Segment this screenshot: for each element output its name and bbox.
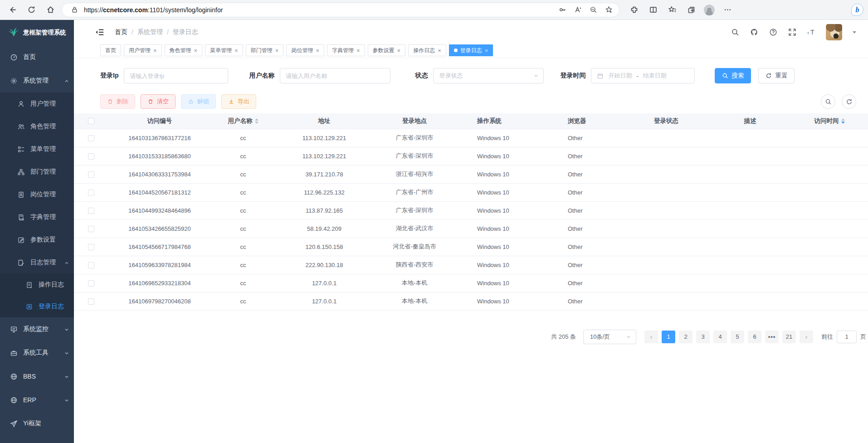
favorites-bar-icon[interactable] <box>666 4 678 16</box>
page-size-select[interactable]: 10条/页 <box>583 330 636 344</box>
close-icon[interactable]: × <box>397 48 401 54</box>
close-icon[interactable]: × <box>194 48 198 54</box>
tab-操作日志[interactable]: 操作日志× <box>408 44 446 56</box>
url-text[interactable]: https://ccnetcore.com:1101/system/log/lo… <box>84 6 553 14</box>
goto-page-input[interactable] <box>837 331 857 343</box>
next-page-button[interactable]: › <box>800 331 813 343</box>
page-button-2[interactable]: 2 <box>679 331 692 343</box>
sidebar-item-login-log[interactable]: 登录日志 <box>0 296 74 317</box>
prev-page-button[interactable]: ‹ <box>644 331 658 343</box>
row-checkbox[interactable] <box>88 135 94 141</box>
sidebar-item-yi-framework[interactable]: Yi框架 <box>0 412 74 435</box>
breadcrumb-item[interactable]: 首页 <box>115 28 127 36</box>
clear-button[interactable]: 清空 <box>141 94 176 109</box>
sidebar-item-menu-mgmt[interactable]: 菜单管理 <box>0 138 74 161</box>
tab-字典管理[interactable]: 字典管理× <box>327 44 365 56</box>
tab-首页[interactable]: 首页 <box>100 44 121 56</box>
tab-用户管理[interactable]: 用户管理× <box>124 44 162 56</box>
column-header-用户名称[interactable]: 用户名称 <box>211 113 275 129</box>
unlock-button[interactable]: 解锁 <box>181 94 216 109</box>
sidebar-item-dept-mgmt[interactable]: 部门管理 <box>0 161 74 183</box>
fullscreen-icon[interactable] <box>788 28 796 37</box>
url-bar[interactable]: https://ccnetcore.com:1101/system/log/lo… <box>62 3 619 17</box>
close-icon[interactable]: × <box>316 48 319 54</box>
select-all-checkbox[interactable] <box>88 118 94 124</box>
sidebar-item-operation-log[interactable]: 操作日志 <box>0 274 74 296</box>
tab-菜单管理[interactable]: 菜单管理× <box>205 44 243 56</box>
status-select[interactable]: 登录状态 <box>433 68 544 83</box>
row-checkbox[interactable] <box>88 244 94 250</box>
search-icon[interactable] <box>731 28 739 37</box>
row-checkbox[interactable] <box>88 208 94 214</box>
delete-button[interactable]: 删除 <box>100 94 135 109</box>
refresh-icon[interactable] <box>24 2 39 18</box>
tab-参数设置[interactable]: 参数设置× <box>368 44 406 56</box>
page-button-5[interactable]: 5 <box>731 331 744 343</box>
page-ellipsis[interactable]: ••• <box>765 331 779 343</box>
date-range-picker[interactable]: 开始日期 - 结束日期 <box>591 68 695 83</box>
sidebar-item-param-settings[interactable]: 参数设置 <box>0 229 74 251</box>
read-aloud-icon[interactable] <box>572 4 584 16</box>
github-icon[interactable] <box>750 28 758 37</box>
lock-icon[interactable] <box>68 4 80 16</box>
user-avatar[interactable] <box>826 24 842 40</box>
home-icon[interactable] <box>43 2 58 18</box>
sidebar-item-dict-mgmt[interactable]: 字典管理 <box>0 206 74 229</box>
close-icon[interactable]: × <box>438 48 441 54</box>
copilot-icon[interactable]: b <box>851 4 863 16</box>
close-icon[interactable]: × <box>153 48 157 54</box>
row-checkbox[interactable] <box>88 153 94 160</box>
export-button[interactable]: 导出 <box>221 94 256 109</box>
reset-button[interactable]: 重置 <box>758 68 795 83</box>
user-name-input[interactable] <box>280 68 390 83</box>
split-screen-icon[interactable] <box>647 4 659 16</box>
font-size-icon[interactable]: тT <box>807 28 815 37</box>
tab-岗位管理[interactable]: 岗位管理× <box>286 44 324 56</box>
login-ip-input[interactable] <box>124 68 228 83</box>
sidebar-item-system-mgmt[interactable]: 系统管理 <box>0 69 74 92</box>
tab-角色管理[interactable]: 角色管理× <box>165 44 203 56</box>
zoom-out-icon[interactable] <box>587 4 599 16</box>
close-icon[interactable]: × <box>234 48 238 54</box>
back-icon[interactable] <box>5 2 20 18</box>
sidebar-item-bbs[interactable]: BBS <box>0 365 74 388</box>
password-key-icon[interactable] <box>556 4 568 16</box>
tab-登录日志[interactable]: 登录日志× <box>449 44 493 56</box>
sidebar-item-erp[interactable]: ERP <box>0 388 74 412</box>
row-checkbox[interactable] <box>88 171 94 178</box>
page-button-3[interactable]: 3 <box>696 331 710 343</box>
row-checkbox[interactable] <box>88 226 94 232</box>
tab-部门管理[interactable]: 部门管理× <box>246 44 284 56</box>
sidebar-item-role-mgmt[interactable]: 角色管理 <box>0 115 74 138</box>
page-button-21[interactable]: 21 <box>782 331 796 343</box>
row-checkbox[interactable] <box>88 262 94 268</box>
sidebar-item-system-monitor[interactable]: 系统监控 <box>0 317 74 341</box>
sort-icon[interactable] <box>255 117 258 126</box>
help-icon[interactable] <box>769 28 777 37</box>
close-icon[interactable]: × <box>275 48 279 54</box>
row-checkbox[interactable] <box>88 298 94 305</box>
collections-icon[interactable] <box>685 4 697 16</box>
page-button-1[interactable]: 1 <box>662 331 675 343</box>
caret-down-icon[interactable] <box>853 31 856 35</box>
favorite-add-icon[interactable] <box>603 4 614 16</box>
column-header-访问时间[interactable]: 访问时间 <box>791 113 868 129</box>
sidebar-item-user-mgmt[interactable]: 用户管理 <box>0 92 74 115</box>
more-icon[interactable] <box>721 4 734 16</box>
page-button-4[interactable]: 4 <box>713 331 727 343</box>
sidebar-item-post-mgmt[interactable]: 岗位管理 <box>0 183 74 206</box>
sort-icon[interactable] <box>841 117 845 126</box>
search-circle-button[interactable] <box>821 94 835 109</box>
search-button[interactable]: 搜索 <box>715 68 751 83</box>
extensions-icon[interactable] <box>628 4 640 16</box>
close-icon[interactable]: × <box>356 48 360 54</box>
row-checkbox[interactable] <box>88 280 94 287</box>
page-button-6[interactable]: 6 <box>748 331 761 343</box>
refresh-circle-button[interactable] <box>842 94 856 109</box>
close-icon[interactable]: × <box>485 48 488 54</box>
row-checkbox[interactable] <box>88 190 94 196</box>
sidebar-item-home[interactable]: 首页 <box>0 45 74 69</box>
profile-icon[interactable] <box>704 5 715 15</box>
sidebar-item-log-mgmt[interactable]: 日志管理 <box>0 251 74 274</box>
collapse-sidebar-icon[interactable] <box>95 27 105 37</box>
